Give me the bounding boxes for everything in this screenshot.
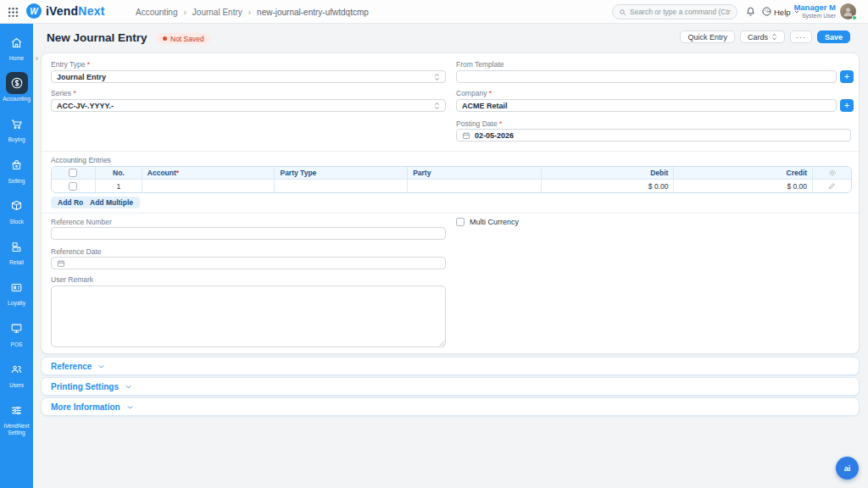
reference-number-input-wrap <box>51 227 446 240</box>
save-button[interactable]: Save <box>817 30 850 43</box>
global-search[interactable] <box>612 4 737 19</box>
online-status-dot <box>852 15 857 20</box>
posting-date-label: Posting Date <box>456 119 502 128</box>
user-role: System User <box>793 12 836 19</box>
user-name: Manager M <box>793 3 836 12</box>
reference-date-label: Reference Date <box>51 247 102 256</box>
row-checkbox[interactable] <box>69 182 77 191</box>
sidebar-item-retail[interactable]: Retail <box>0 236 33 266</box>
apps-grid-icon[interactable] <box>8 7 19 18</box>
chevron-down-icon <box>125 383 132 391</box>
row-party-type-cell[interactable] <box>275 180 408 192</box>
col-header-account: Account <box>142 167 275 180</box>
section-more-information[interactable]: More Information <box>41 397 860 416</box>
search-input[interactable] <box>630 8 731 16</box>
table-settings-cell[interactable] <box>813 167 851 180</box>
accounting-entries-table: No. Account Party Type Party Debit Credi… <box>51 166 852 193</box>
sidebar-item-ivendnext-setting[interactable]: iVendNext Setting <box>0 399 33 436</box>
reference-date-input[interactable] <box>51 257 446 269</box>
sidebar-item-home[interactable]: Home <box>0 31 33 62</box>
sliders-icon <box>6 399 28 421</box>
row-no-cell: 1 <box>96 180 142 192</box>
sidebar-item-selling[interactable]: Selling <box>0 154 33 185</box>
theme-palette-icon[interactable] <box>761 6 773 18</box>
breadcrumb: Accounting › Journal Entry › new-journal… <box>136 0 369 24</box>
multi-currency-label: Multi Currency <box>470 218 519 226</box>
select-arrows-icon <box>434 102 440 110</box>
breadcrumb-separator-icon: › <box>183 8 186 17</box>
expand-sidebar-chevron[interactable]: › <box>36 54 38 63</box>
sidebar-item-loyalty[interactable]: Loyalty <box>0 276 33 307</box>
reference-number-input[interactable] <box>57 230 440 238</box>
section-reference[interactable]: Reference <box>41 357 860 375</box>
status-badge: Not Saved <box>157 33 210 44</box>
calendar-icon <box>462 131 470 140</box>
breadcrumb-journal-entry[interactable]: Journal Entry <box>192 8 242 17</box>
accounting-icon <box>6 72 28 94</box>
sidebar-item-buying[interactable]: Buying <box>0 113 33 143</box>
sidebar-item-accounting[interactable]: Accounting <box>0 72 33 103</box>
select-arrows-icon <box>434 73 440 81</box>
sidebar-item-users[interactable]: Users <box>0 358 33 389</box>
company-input[interactable] <box>462 102 831 110</box>
journal-entry-form-card: Entry Type Journal Entry Series ACC-JV-.… <box>41 53 860 354</box>
table-header-row: No. Account Party Type Party Debit Credi… <box>52 167 851 180</box>
series-label: Series <box>51 89 76 97</box>
sidebar-item-pos[interactable]: POS <box>0 318 33 348</box>
accounting-entries-label: Accounting Entries <box>51 156 111 164</box>
entry-type-select[interactable]: Journal Entry <box>51 70 446 83</box>
id-card-icon <box>6 276 28 298</box>
chevron-down-icon <box>97 363 105 370</box>
col-header-debit: Debit <box>542 167 675 180</box>
from-template-input[interactable] <box>462 73 831 81</box>
breadcrumb-current-doc: new-journal-entry-ufwtdqtcmp <box>257 8 369 17</box>
bag-icon <box>6 154 28 176</box>
multi-currency-field: Multi Currency <box>456 218 519 226</box>
calendar-icon <box>57 259 65 268</box>
from-template-input-wrap <box>456 70 837 83</box>
user-remark-textarea[interactable] <box>51 286 446 347</box>
app-sidebar: Home Accounting Buying Selling Stock <box>0 24 33 488</box>
select-all-checkbox[interactable] <box>69 169 77 177</box>
notifications-bell-icon[interactable] <box>745 6 757 18</box>
sort-arrows-icon <box>771 33 777 41</box>
unsaved-dot-icon <box>163 36 167 41</box>
section-printing-settings[interactable]: Printing Settings <box>41 377 860 396</box>
monitor-icon <box>6 318 28 340</box>
add-multiple-button[interactable]: Add Multiple <box>83 197 140 208</box>
table-row: 1 $ 0.00 $ 0.00 <box>52 180 851 192</box>
page-header: New Journal Entry Not Saved Quick Entry … <box>41 30 860 47</box>
company-input-wrap <box>456 99 837 112</box>
top-navbar: W iVendNext Accounting › Journal Entry ›… <box>0 0 868 24</box>
more-actions-button[interactable]: ··· <box>790 30 812 43</box>
gear-icon <box>828 169 837 177</box>
cards-view-button[interactable]: Cards <box>740 30 785 43</box>
row-account-cell[interactable] <box>142 180 275 192</box>
sidebar-item-stock[interactable]: Stock <box>0 195 33 225</box>
posting-date-input[interactable]: 02-05-2026 <box>456 129 851 141</box>
breadcrumb-separator-icon: › <box>248 8 251 17</box>
brand-logo[interactable]: W iVendNext <box>26 3 105 19</box>
add-template-button[interactable]: + <box>840 70 854 83</box>
ai-assistant-button[interactable]: ai <box>836 457 859 480</box>
quick-entry-button[interactable]: Quick Entry <box>680 30 735 43</box>
multi-currency-checkbox[interactable] <box>456 218 465 226</box>
add-company-button[interactable]: + <box>840 99 854 112</box>
search-icon <box>619 8 626 16</box>
company-label: Company <box>456 89 492 97</box>
page-title: New Journal Entry <box>47 31 147 44</box>
user-menu[interactable]: Manager M System User <box>793 3 836 19</box>
chevron-down-icon <box>126 403 134 411</box>
series-select[interactable]: ACC-JV-.YYYY.- <box>51 99 446 112</box>
avatar[interactable] <box>840 3 856 19</box>
pencil-icon <box>828 182 836 190</box>
row-edit-cell[interactable] <box>813 180 851 192</box>
row-debit-cell[interactable]: $ 0.00 <box>542 180 675 192</box>
row-party-cell[interactable] <box>408 180 542 192</box>
col-header-credit: Credit <box>674 167 813 180</box>
section-divider <box>42 151 859 152</box>
row-credit-cell[interactable]: $ 0.00 <box>674 180 813 192</box>
page-toolbar: Quick Entry Cards ··· Save <box>680 30 850 43</box>
breadcrumb-accounting[interactable]: Accounting <box>136 8 177 17</box>
register-icon <box>6 236 28 258</box>
